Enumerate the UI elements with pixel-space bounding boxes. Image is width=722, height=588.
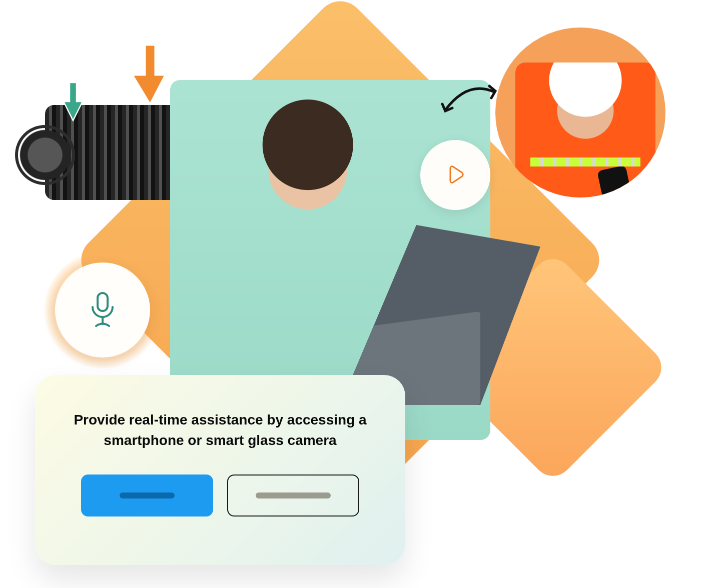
microphone-icon xyxy=(85,290,120,330)
card-headline: Provide real-time assistance by accessin… xyxy=(65,410,375,450)
hero-composition: Provide real-time assistance by accessin… xyxy=(0,0,722,588)
play-bubble xyxy=(420,140,490,210)
microphone-bubble xyxy=(55,262,150,358)
svg-rect-0 xyxy=(98,293,108,311)
primary-cta-placeholder xyxy=(120,492,175,498)
secondary-cta-button[interactable] xyxy=(227,474,359,516)
field-worker-circle xyxy=(495,28,665,198)
arrow-down-green-icon xyxy=(63,82,84,122)
card-actions xyxy=(81,474,359,516)
arrow-down-orange-icon xyxy=(133,45,168,105)
primary-cta-button[interactable] xyxy=(81,474,213,516)
info-card: Provide real-time assistance by accessin… xyxy=(35,375,405,565)
secondary-cta-placeholder xyxy=(256,492,331,498)
play-icon xyxy=(444,164,466,186)
field-worker-image xyxy=(515,62,655,198)
swap-arrow-icon xyxy=(435,75,500,125)
smartphone-image xyxy=(597,165,637,198)
